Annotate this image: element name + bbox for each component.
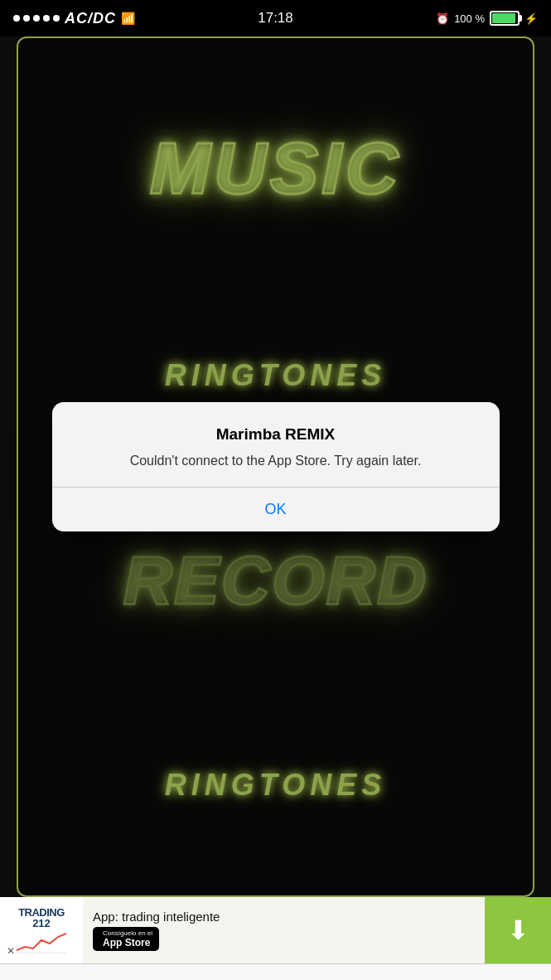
- signal-dot-5: [53, 15, 60, 22]
- alert-dialog: Marimba REMIX Couldn't connect to the Ap…: [52, 402, 500, 531]
- status-bar: AC/DC 📶 17:18 ⏰ 100 % ⚡: [0, 0, 551, 36]
- battery-fill: [492, 13, 515, 23]
- ad-logo-area: TRADING 212 ✕: [0, 897, 83, 963]
- ad-badge-line1: Consíguelo en el: [103, 929, 152, 938]
- download-arrow-icon: ⬇: [507, 915, 529, 946]
- signal-dots: [13, 15, 60, 22]
- carrier-name: AC/DC: [65, 10, 116, 27]
- lightning-icon: ⚡: [524, 12, 538, 25]
- trading-chart-icon: [17, 930, 66, 953]
- ad-appstore-badge[interactable]: Consíguelo en el App Store: [93, 927, 159, 952]
- status-left: AC/DC 📶: [13, 10, 135, 27]
- main-content: MUSIC RINGTONES RECORD RINGTONES Marimba…: [0, 36, 551, 897]
- wifi-icon: 📶: [121, 12, 135, 25]
- trading-logo-num: 212: [32, 918, 51, 929]
- dialog-title: Marimba REMIX: [72, 425, 480, 444]
- ad-banner[interactable]: TRADING 212 ✕ App: trading inteligente C…: [0, 897, 551, 963]
- alarm-icon: ⏰: [436, 12, 449, 25]
- dialog-buttons: OK: [52, 488, 500, 531]
- signal-dot-2: [23, 15, 30, 22]
- status-right: ⏰ 100 % ⚡: [436, 11, 538, 26]
- dialog-overlay: Marimba REMIX Couldn't connect to the Ap…: [0, 36, 551, 897]
- signal-dot-1: [13, 15, 20, 22]
- signal-dot-4: [43, 15, 50, 22]
- ad-text-area: App: trading inteligente Consíguelo en e…: [83, 903, 485, 958]
- dialog-message: Couldn't connect to the App Store. Try a…: [72, 452, 480, 470]
- battery-bar: [490, 11, 520, 26]
- ad-close-button[interactable]: ✕: [7, 945, 15, 957]
- tab-bar: ♩ Tones Create ☆ Free ? Help ••• More: [0, 963, 551, 980]
- ad-title: App: trading inteligente: [93, 910, 475, 924]
- dialog-content: Marimba REMIX Couldn't connect to the Ap…: [52, 402, 500, 487]
- signal-dot-3: [33, 15, 40, 22]
- ad-download-button[interactable]: ⬇: [485, 897, 551, 963]
- status-time: 17:18: [258, 10, 293, 27]
- battery-percentage: 100 %: [454, 12, 485, 25]
- trading-logo: TRADING 212: [17, 907, 66, 953]
- ad-badge-line2: App Store: [103, 937, 152, 948]
- dialog-ok-button[interactable]: OK: [52, 488, 500, 531]
- ad-badge-text: Consíguelo en el App Store: [103, 929, 152, 949]
